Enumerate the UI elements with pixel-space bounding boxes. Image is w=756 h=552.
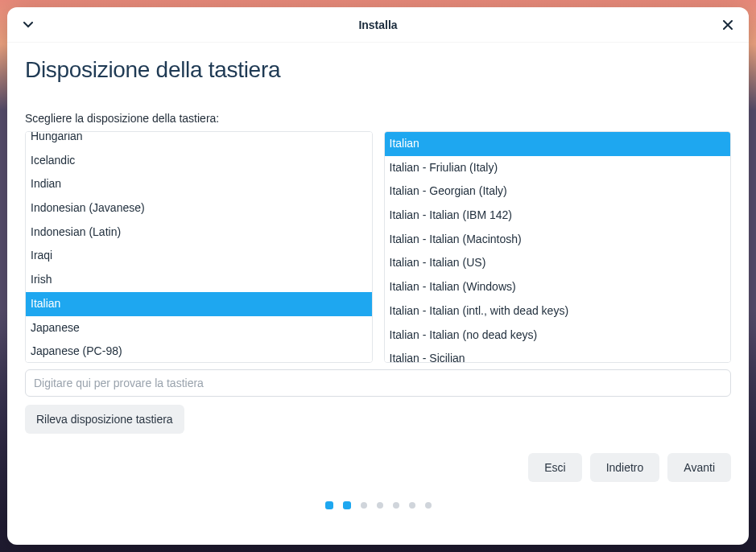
keyboard-lists: HungarianIcelandicIndianIndonesian (Java… [25, 131, 731, 363]
layout-item[interactable]: Japanese [26, 316, 372, 340]
progress-dot [325, 501, 333, 509]
progress-dot [343, 501, 351, 509]
layout-item[interactable]: Indian [26, 172, 372, 196]
variants-listbox[interactable]: ItalianItalian - Friulian (Italy)Italian… [384, 131, 732, 363]
layout-item[interactable]: Icelandic [26, 149, 372, 173]
progress-dot [361, 502, 367, 509]
progress-dot [425, 502, 432, 509]
progress-dots [25, 482, 731, 524]
variant-item[interactable]: Italian - Italian (US) [385, 251, 731, 275]
variant-item[interactable]: Italian - Sicilian [385, 347, 731, 363]
layouts-listbox[interactable]: HungarianIcelandicIndianIndonesian (Java… [25, 131, 373, 363]
back-button[interactable]: Indietro [590, 453, 660, 482]
close-button[interactable] [718, 15, 737, 35]
progress-dot [409, 502, 415, 509]
variant-item[interactable]: Italian - Italian (intl., with dead keys… [385, 299, 731, 323]
variant-item[interactable]: Italian - Italian (no dead keys) [385, 323, 731, 348]
variant-item[interactable]: Italian - Friulian (Italy) [385, 156, 731, 180]
detect-layout-button[interactable]: Rileva disposizione tastiera [25, 405, 184, 434]
variant-item[interactable]: Italian - Italian (Windows) [385, 275, 731, 299]
layout-item[interactable]: Hungarian [26, 131, 372, 149]
keyboard-test-input[interactable] [25, 369, 731, 397]
layout-item[interactable]: Irish [26, 268, 372, 292]
progress-dot [393, 502, 399, 509]
instruction-text: Scegliere la disposizione della tastiera… [25, 112, 731, 125]
variant-item[interactable]: Italian - Georgian (Italy) [385, 179, 731, 204]
window-title: Installa [358, 19, 397, 31]
titlebar: Installa [7, 7, 749, 43]
layout-item[interactable]: Italian [26, 292, 372, 316]
variant-item[interactable]: Italian - Italian (Macintosh) [385, 228, 731, 252]
installer-window: Installa Disposizione della tastiera Sce… [7, 7, 749, 545]
layout-item[interactable]: Indonesian (Javanese) [26, 196, 372, 220]
layout-item[interactable]: Indonesian (Latin) [26, 220, 372, 245]
layout-item[interactable]: Japanese (PC-98) [26, 340, 372, 363]
page-title: Disposizione della tastiera [25, 57, 731, 83]
variant-item[interactable]: Italian - Italian (IBM 142) [385, 204, 731, 228]
quit-button[interactable]: Esci [528, 453, 581, 482]
layout-item[interactable]: Iraqi [26, 244, 372, 268]
nav-buttons: Esci Indietro Avanti [25, 453, 731, 482]
content-area: Disposizione della tastiera Scegliere la… [7, 43, 749, 545]
next-button[interactable]: Avanti [667, 453, 731, 482]
menu-dropdown-button[interactable] [19, 15, 38, 35]
variant-item[interactable]: Italian [385, 132, 731, 156]
progress-dot [377, 502, 383, 509]
